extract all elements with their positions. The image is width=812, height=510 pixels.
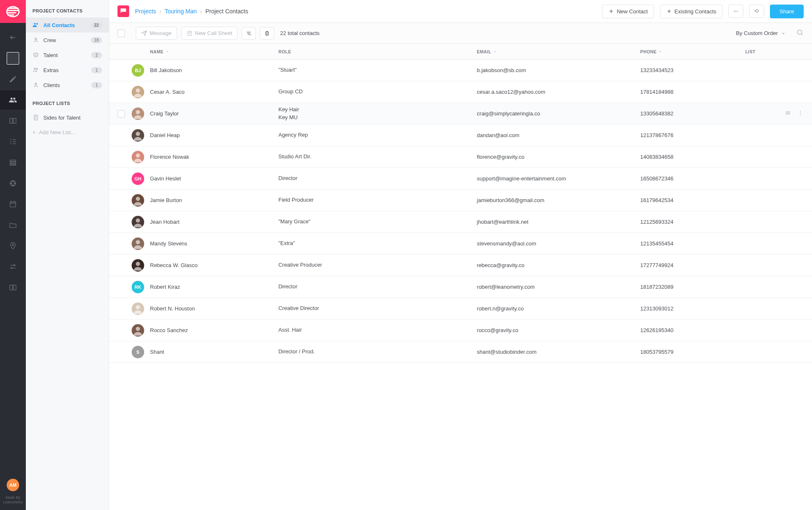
contact-name: Florence Nowak — [150, 154, 278, 160]
column-list[interactable]: LIST — [745, 49, 775, 54]
new-call-sheet-button[interactable]: New Call Sheet — [181, 27, 238, 40]
breadcrumb-projects[interactable]: Projects — [135, 8, 156, 15]
users-icon — [32, 22, 39, 28]
contact-name: Shant — [150, 349, 278, 355]
contact-name: Gavin Heslet — [150, 175, 278, 182]
column-phone[interactable]: PHONE — [640, 49, 745, 54]
sidebar-item-talent[interactable]: Talent2 — [26, 48, 109, 62]
table-row[interactable]: GHGavin HesletDirectorsupport@imagine-en… — [109, 168, 812, 190]
row-sort-icon[interactable] — [785, 110, 791, 118]
row-checkbox[interactable] — [117, 110, 125, 118]
contact-count: 22 total contacts — [280, 30, 320, 36]
table-row[interactable]: Mandy Stevens"Extra"stevensmandy@aol.com… — [109, 233, 812, 255]
delete-button[interactable] — [260, 27, 274, 40]
sidebar-item-count: 1 — [91, 67, 102, 73]
add-list-button[interactable]: + Add New List... — [26, 125, 109, 140]
more-button[interactable] — [728, 5, 743, 18]
avatar — [132, 238, 144, 250]
user-avatar[interactable]: AM — [7, 479, 19, 491]
svg-point-10 — [12, 185, 14, 186]
rail-calendar[interactable] — [0, 195, 26, 214]
svg-point-32 — [136, 110, 140, 114]
contact-name: Robert N. Houston — [150, 305, 278, 312]
rail-files[interactable] — [0, 215, 26, 235]
svg-rect-11 — [10, 202, 15, 207]
table-row[interactable]: Daniel HeapAgency Repdandan@aol.com12137… — [109, 125, 812, 146]
table-row[interactable]: Jamie BurtonField Producerjamieburton366… — [109, 190, 812, 211]
rail-back[interactable] — [0, 28, 26, 47]
svg-point-34 — [800, 112, 801, 113]
table-row[interactable]: Cesar A. SacoGroup CDcesar.a.saco12@yaho… — [109, 81, 812, 103]
column-name[interactable]: NAME — [150, 49, 278, 54]
app-logo[interactable] — [0, 0, 26, 23]
contact-email: cesar.a.saco12@yahoo.com — [477, 89, 640, 95]
contact-role: Key HairKey MU — [278, 106, 477, 121]
rail-breakdown[interactable] — [0, 132, 26, 151]
sidebar-item-extras[interactable]: Extras1 — [26, 62, 109, 78]
select-all-checkbox[interactable] — [117, 30, 125, 37]
contact-email: robert@leanometry.com — [477, 284, 640, 290]
sidebar-item-all-contacts[interactable]: All Contacts22 — [26, 18, 109, 32]
sidebar-list-item[interactable]: Sides for Talent — [26, 110, 109, 125]
table-row[interactable]: BJBill Jakobson"Stuart"b.jakobson@sb.com… — [109, 60, 812, 81]
topbar: Projects › Touring Man › Project Contact… — [109, 0, 812, 23]
row-more-icon[interactable] — [797, 110, 804, 118]
contacts-table: NAME ROLE EMAIL PHONE LIST — [109, 44, 812, 510]
table-row[interactable]: Craig TaylorKey HairKey MUcraig@simplyca… — [109, 103, 812, 125]
sidebar-item-label: Sides for Talent — [43, 115, 102, 121]
person-icon — [32, 82, 39, 88]
avatar — [132, 194, 144, 207]
share-button[interactable]: Share — [770, 5, 804, 18]
rail-book[interactable] — [0, 278, 26, 297]
rail-contacts[interactable] — [0, 90, 26, 110]
breadcrumb-icon[interactable] — [117, 5, 129, 17]
chat-button[interactable] — [749, 5, 764, 18]
avatar — [132, 216, 144, 228]
contact-email: robert.n@gravity.co — [477, 305, 640, 312]
table-row[interactable]: Robert N. HoustonCreative Directorrobert… — [109, 298, 812, 320]
contact-phone: 17277749924 — [640, 262, 745, 268]
plus-icon: + — [32, 129, 36, 135]
breadcrumb: Projects › Touring Man › Project Contact… — [135, 8, 248, 15]
rail-edit[interactable] — [0, 70, 26, 89]
sidebar-section-contacts: PROJECT CONTACTS — [26, 0, 109, 18]
table-header: NAME ROLE EMAIL PHONE LIST — [109, 44, 812, 60]
table-row[interactable]: Florence NowakStudio Art Dir.florence@gr… — [109, 146, 812, 168]
svg-point-18 — [35, 83, 37, 85]
contact-name: Cesar A. Saco — [150, 89, 278, 95]
contact-role: "Mary Grace" — [278, 218, 477, 225]
table-row[interactable]: RKRobert KirazDirectorrobert@leanometry.… — [109, 276, 812, 298]
rail-settings[interactable] — [0, 257, 26, 276]
sidebar-section-lists: PROJECT LISTS — [26, 92, 109, 110]
svg-point-51 — [136, 218, 140, 222]
existing-contacts-button[interactable]: Existing Contacts — [660, 5, 722, 18]
rail-project-thumb[interactable] — [0, 49, 26, 68]
contact-phone: 18053795579 — [640, 349, 745, 355]
contact-name: Craig Taylor — [150, 110, 278, 117]
table-row[interactable]: SShantDirector / Prod.shant@studiobinder… — [109, 341, 812, 363]
sort-dropdown[interactable]: By Custom Order — [736, 30, 785, 36]
sidebar-item-label: Talent — [43, 52, 87, 58]
avatar — [132, 324, 144, 337]
contact-email: jamieburton366@gmail.com — [477, 197, 640, 203]
column-role[interactable]: ROLE — [278, 49, 477, 54]
column-email[interactable]: EMAIL — [477, 49, 640, 54]
contact-email: shant@studiobinder.com — [477, 349, 640, 355]
sidebar-item-clients[interactable]: Clients1 — [26, 78, 109, 92]
message-button[interactable]: Message — [136, 27, 177, 40]
rail-storyboard[interactable] — [0, 111, 26, 130]
table-row[interactable]: Jean Hobart"Mary Grace"jhobart@earthlink… — [109, 211, 812, 233]
breadcrumb-project[interactable]: Touring Man — [165, 8, 197, 15]
sidebar-item-crew[interactable]: Crew18 — [26, 32, 109, 48]
rail-rows[interactable] — [0, 153, 26, 172]
search-icon[interactable] — [796, 29, 804, 38]
table-row[interactable]: Rebecca W. GlascoCreative Producerrebecc… — [109, 255, 812, 276]
sort-button[interactable] — [242, 27, 256, 40]
rail-locations[interactable] — [0, 236, 26, 255]
contact-role: Director / Prod. — [278, 348, 477, 355]
contact-role: Director — [278, 283, 477, 290]
new-contact-button[interactable]: New Contact — [602, 5, 654, 18]
table-row[interactable]: Rocco SanchezAsst. Hairrocco@gravity.co1… — [109, 320, 812, 341]
rail-reel[interactable] — [0, 174, 26, 193]
svg-point-15 — [35, 38, 37, 40]
